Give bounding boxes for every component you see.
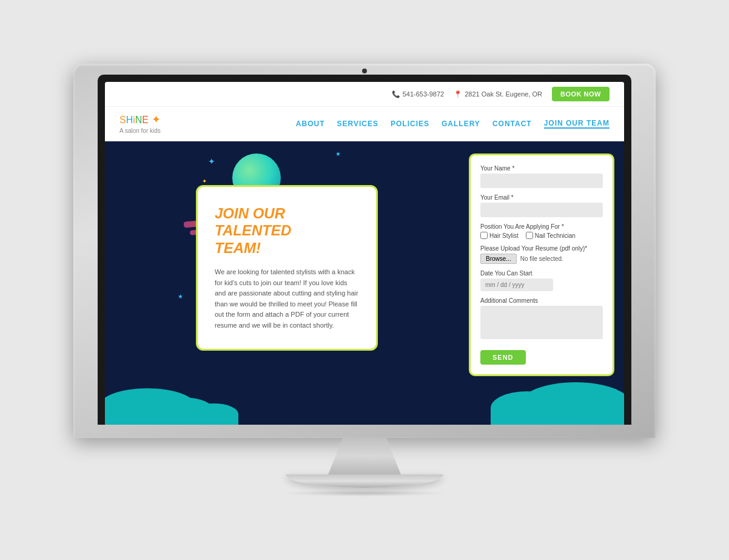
resume-label: Please Upload Your Resume (pdf only)* — [480, 245, 603, 252]
phone-icon: 📞 — [392, 90, 400, 98]
name-input[interactable] — [480, 174, 603, 188]
hair-stylist-checkbox[interactable] — [480, 232, 488, 239]
phone-info: 📞 541-653-9872 — [392, 90, 445, 98]
comments-label: Additional Comments — [480, 297, 603, 304]
browse-button[interactable]: Browse... — [480, 254, 517, 264]
screen-content: 📞 541-653-9872 📍 2821 Oak St. Eugene, OR… — [105, 82, 624, 425]
monitor-neck — [328, 438, 401, 474]
name-label: Your Name * — [480, 165, 603, 172]
logo: SHiNE ✦ A salon for kids — [119, 113, 161, 134]
date-input[interactable] — [480, 278, 553, 291]
no-file-label: No file selected. — [520, 255, 563, 262]
position-label: Position You Are Applying For * — [480, 223, 603, 230]
address-text: 2821 Oak St. Eugene, OR — [465, 90, 542, 98]
logo-s: S — [119, 115, 126, 125]
phone-number: 541-653-9872 — [403, 90, 445, 98]
nav-join-our-team[interactable]: JOIN OUR TEAM — [544, 119, 610, 129]
position-group: Position You Are Applying For * Hair Sty… — [480, 223, 603, 239]
monitor-screen-outer: 📞 541-653-9872 📍 2821 Oak St. Eugene, OR… — [73, 64, 656, 438]
join-description: We are looking for talented stylists wit… — [215, 267, 359, 331]
nav-links: ABOUT SERVICES POLICIES GALLERY CONTACT … — [296, 119, 610, 129]
resume-group: Please Upload Your Resume (pdf only)* Br… — [480, 245, 603, 264]
email-label: Your Email * — [480, 194, 603, 201]
logo-n: N — [135, 115, 143, 125]
position-checkboxes: Hair Stylist Nail Technician — [480, 232, 603, 239]
logo-star-icon: ✦ — [149, 113, 161, 126]
email-input[interactable] — [480, 203, 603, 217]
nav-bar: SHiNE ✦ A salon for kids ABOUT SERVICES … — [105, 107, 624, 141]
logo-tagline: A salon for kids — [119, 127, 161, 134]
comments-group: Additional Comments — [480, 297, 603, 342]
nav-services[interactable]: SERVICES — [337, 120, 378, 128]
nail-tech-option: Nail Technician — [526, 232, 576, 239]
logo-h: H — [126, 115, 133, 125]
hero-section: ✦ ✦ ✦ ★ ✦ ✦ ✦ ★ ★ JOIN OUR TALENTED T — [105, 141, 624, 425]
location-icon: 📍 — [454, 90, 462, 98]
nav-contact[interactable]: CONTACT — [492, 120, 532, 128]
top-bar: 📞 541-653-9872 📍 2821 Oak St. Eugene, OR… — [105, 82, 624, 107]
send-button[interactable]: SEND — [480, 350, 526, 365]
logo-text: SHiNE ✦ — [119, 113, 161, 126]
join-title: JOIN OUR TALENTED TEAM! — [215, 205, 359, 257]
name-group: Your Name * — [480, 165, 603, 188]
book-now-button[interactable]: BOOK NOW — [552, 87, 610, 101]
nav-policies[interactable]: POLICIES — [391, 120, 429, 128]
nail-tech-checkbox[interactable] — [526, 232, 533, 239]
camera-dot — [362, 69, 367, 73]
nail-tech-label: Nail Technician — [535, 232, 576, 239]
comments-textarea[interactable] — [480, 306, 603, 339]
hair-stylist-option: Hair Stylist — [480, 232, 519, 239]
date-group: Date You Can Start — [480, 270, 603, 291]
monitor-base — [286, 474, 443, 488]
address-info: 📍 2821 Oak St. Eugene, OR — [454, 90, 542, 98]
email-group: Your Email * — [480, 194, 603, 217]
monitor-base-shadow — [280, 490, 449, 496]
file-upload-row: Browse... No file selected. — [480, 254, 603, 264]
apply-form: Your Name * Your Email * Position You Ar… — [469, 153, 614, 376]
nav-gallery[interactable]: GALLERY — [442, 120, 480, 128]
join-card: JOIN OUR TALENTED TEAM! We are looking f… — [196, 185, 378, 351]
hair-stylist-label: Hair Stylist — [489, 232, 519, 239]
logo-e: E — [142, 115, 149, 125]
nav-about[interactable]: ABOUT — [296, 120, 325, 128]
monitor-bezel: 📞 541-653-9872 📍 2821 Oak St. Eugene, OR… — [98, 75, 631, 425]
monitor-shell: 📞 541-653-9872 📍 2821 Oak St. Eugene, OR… — [73, 64, 656, 496]
hero-right: Your Name * Your Email * Position You Ar… — [463, 141, 624, 425]
hero-left: JOIN OUR TALENTED TEAM! We are looking f… — [105, 141, 463, 425]
date-label: Date You Can Start — [480, 270, 603, 277]
